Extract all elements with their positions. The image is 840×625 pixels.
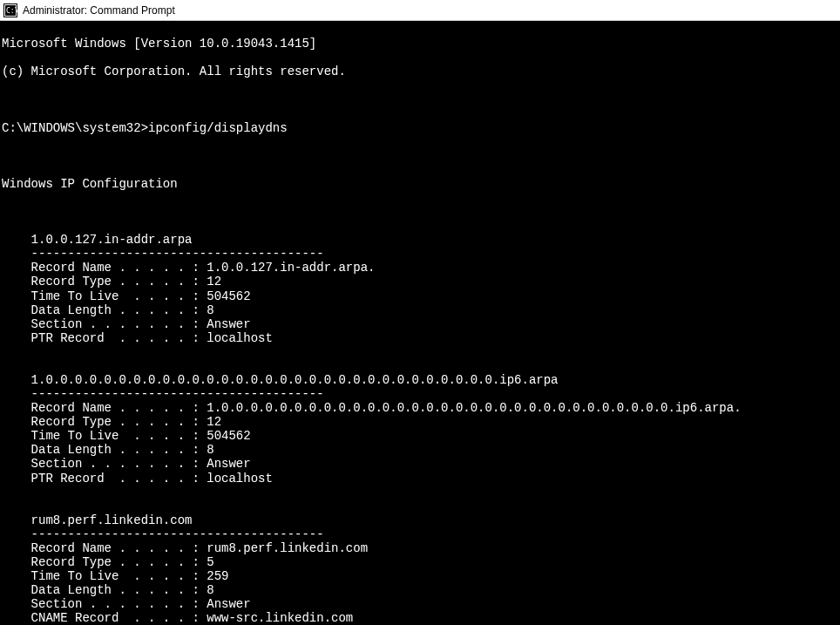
dns-field-line: Time To Live . . . . : 504562 — [2, 429, 838, 443]
dns-field-line: Record Name . . . . . : rum8.perf.linked… — [2, 541, 838, 555]
blank-line — [2, 92, 838, 106]
prompt-line: C:\WINDOWS\system32>ipconfig/displaydns — [2, 121, 838, 135]
dns-field-line: Data Length . . . . . : 8 — [2, 583, 838, 597]
blank-line — [2, 486, 838, 499]
dns-entry-header: rum8.perf.linkedin.com — [2, 513, 838, 527]
dns-field-line: PTR Record . . . . . : localhost — [2, 331, 838, 345]
dns-entry-divider: ---------------------------------------- — [2, 527, 838, 541]
dns-entry-divider: ---------------------------------------- — [2, 247, 838, 261]
dns-field-line: Data Length . . . . . : 8 — [2, 443, 838, 457]
dns-field-line: Record Name . . . . . : 1.0.0.0.0.0.0.0.… — [2, 401, 838, 415]
svg-text:C:\: C:\ — [6, 7, 17, 15]
dns-entries: 1.0.0.127.in-addr.arpa -----------------… — [2, 233, 838, 625]
prompt-command: ipconfig/displaydns — [148, 121, 288, 135]
cmd-icon: C:\ — [3, 3, 17, 17]
blank-line — [2, 205, 838, 219]
dns-field-line: Record Name . . . . . : 1.0.0.127.in-add… — [2, 261, 838, 275]
prompt-path: C:\WINDOWS\system32> — [2, 121, 148, 135]
dns-field-line: Time To Live . . . . : 259 — [2, 569, 838, 583]
dns-field-line: Data Length . . . . . : 8 — [2, 303, 838, 317]
header-line2: (c) Microsoft Corporation. All rights re… — [2, 65, 838, 78]
section-title: Windows IP Configuration — [2, 177, 838, 191]
dns-entry-header: 1.0.0.127.in-addr.arpa — [2, 233, 838, 247]
blank-line — [2, 149, 838, 163]
dns-field-line: Record Type . . . . . : 5 — [2, 555, 838, 569]
blank-line — [2, 359, 838, 373]
terminal-output[interactable]: Microsoft Windows [Version 10.0.19043.14… — [0, 21, 840, 625]
dns-field-line: Time To Live . . . . : 504562 — [2, 289, 838, 303]
blank-line — [2, 499, 838, 513]
window-titlebar[interactable]: C:\ Administrator: Command Prompt — [0, 0, 840, 21]
dns-field-line: Record Type . . . . . : 12 — [2, 415, 838, 429]
header-line1: Microsoft Windows [Version 10.0.19043.14… — [2, 37, 838, 51]
dns-entry-header: 1.0.0.0.0.0.0.0.0.0.0.0.0.0.0.0.0.0.0.0.… — [2, 373, 838, 387]
blank-line — [2, 345, 838, 359]
dns-field-line: CNAME Record . . . . : www-src.linkedin.… — [2, 611, 838, 625]
dns-field-line: Section . . . . . . . : Answer — [2, 457, 838, 471]
dns-entry-divider: ---------------------------------------- — [2, 387, 838, 401]
dns-field-line: Record Type . . . . . : 12 — [2, 275, 838, 289]
dns-field-line: PTR Record . . . . . : localhost — [2, 472, 838, 486]
window-title: Administrator: Command Prompt — [23, 4, 175, 17]
dns-field-line: Section . . . . . . . : Answer — [2, 317, 838, 331]
dns-field-line: Section . . . . . . . : Answer — [2, 597, 838, 611]
